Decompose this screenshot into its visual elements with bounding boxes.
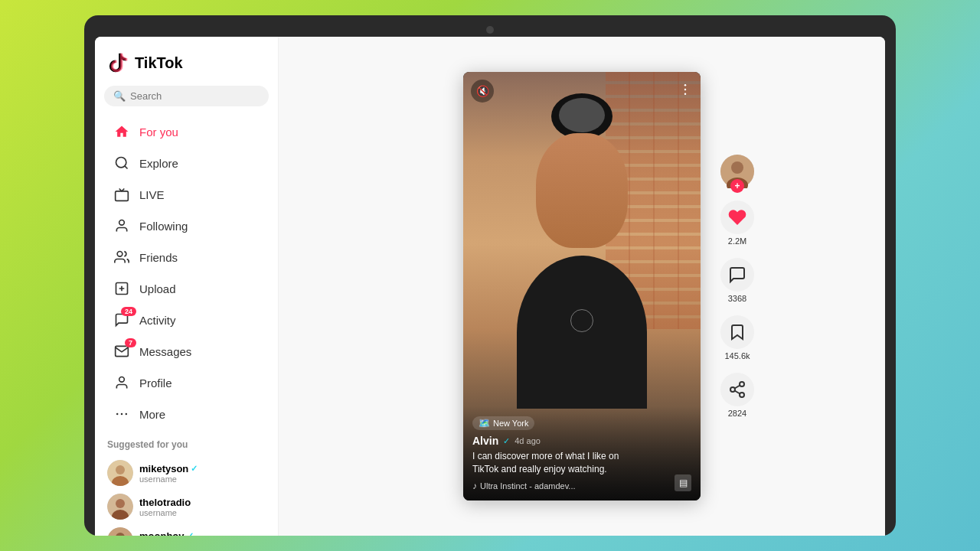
sidebar-label-profile: Profile — [139, 377, 172, 390]
video-wrapper: 🔇 🗺️ New York Alvin — [463, 72, 701, 500]
svg-point-25 — [730, 387, 735, 392]
sidebar-label-more: More — [139, 408, 165, 421]
suggested-avatar-miketyson — [107, 460, 133, 486]
profile-icon — [113, 374, 130, 391]
suggested-title: Suggested for you — [107, 439, 266, 450]
svg-line-28 — [735, 386, 740, 389]
app-title: TikTok — [135, 54, 183, 72]
svg-point-26 — [740, 393, 744, 397]
sidebar-item-for-you[interactable]: For you — [101, 116, 272, 147]
svg-point-3 — [117, 252, 122, 257]
suggested-username-miketyson: miketyson ✓ — [139, 463, 198, 474]
video-top-bar: 🔇 — [471, 80, 693, 103]
main-content: 🔇 🗺️ New York Alvin — [279, 37, 885, 536]
video-music: ♪ Ultra Instinct - adamdev... — [472, 481, 691, 491]
music-note-icon: ♪ — [472, 481, 477, 491]
sidebar-item-explore[interactable]: Explore — [101, 148, 272, 178]
sidebar-label-for-you: For you — [139, 126, 178, 139]
search-input[interactable] — [130, 90, 260, 102]
suggested-info-thelotradio: thelotradio username — [139, 497, 191, 517]
sidebar-item-upload[interactable]: Upload — [101, 273, 272, 304]
search-icon: 🔍 — [113, 90, 126, 102]
svg-point-19 — [684, 88, 687, 90]
location-tag: 🗺️ New York — [472, 416, 534, 430]
following-icon — [113, 217, 130, 234]
friends-icon — [113, 249, 130, 266]
suggested-section: Suggested for you miketyson ✓ username — [95, 430, 278, 536]
suggested-user-moonboy[interactable]: moonboy ✓ username — [107, 523, 266, 536]
svg-point-0 — [116, 158, 126, 168]
caption-icon-button[interactable]: ▤ — [675, 474, 691, 491]
suggested-avatar-thelotradio — [107, 494, 133, 520]
messages-icon: 7 — [113, 343, 130, 360]
video-caption: I can discover more of what I like on Ti… — [472, 450, 691, 476]
video-bottom-info: 🗺️ New York Alvin ✓ 4d ago I can discove… — [463, 406, 701, 500]
share-icon — [720, 373, 754, 406]
music-text: Ultra Instinct - adamdev... — [480, 481, 576, 491]
follow-plus-icon: + — [730, 179, 744, 193]
sidebar-item-following[interactable]: Following — [101, 210, 272, 241]
author-verified-icon: ✓ — [503, 436, 510, 446]
sidebar-label-friends: Friends — [139, 251, 178, 264]
video-player[interactable]: 🔇 🗺️ New York Alvin — [463, 72, 701, 500]
suggested-info-moonboy: moonboy ✓ username — [139, 530, 194, 536]
suggested-username-moonboy: moonboy ✓ — [139, 530, 194, 536]
mute-button[interactable]: 🔇 — [471, 80, 494, 103]
creator-avatar-button[interactable]: + — [720, 155, 754, 188]
bookmark-button[interactable]: 145.6k — [720, 315, 754, 360]
sidebar-label-messages: Messages — [139, 345, 191, 358]
like-icon — [720, 201, 754, 234]
video-time: 4d ago — [514, 436, 541, 445]
suggested-handle-thelotradio: username — [139, 508, 191, 517]
activity-icon: 24 — [113, 311, 130, 328]
side-actions: + 2.2M 3368 — [720, 155, 754, 418]
messages-badge: 7 — [125, 338, 136, 347]
suggested-avatar-moonboy — [107, 527, 133, 536]
face-shape — [536, 133, 628, 248]
sidebar-item-profile[interactable]: Profile — [101, 367, 272, 398]
hair-wrap — [559, 98, 605, 132]
comment-icon — [720, 258, 754, 292]
sidebar-item-more[interactable]: More — [101, 399, 272, 429]
suggested-info-miketyson: miketyson ✓ username — [139, 463, 198, 484]
location-text: New York — [493, 419, 528, 428]
necklace-detail — [570, 309, 593, 332]
svg-rect-1 — [116, 191, 129, 201]
bookmark-icon — [720, 315, 754, 349]
location-flag: 🗺️ — [479, 418, 490, 429]
like-count: 2.2M — [728, 236, 746, 246]
sidebar-item-activity[interactable]: 24 Activity — [101, 305, 272, 335]
sidebar-label-activity: Activity — [139, 314, 176, 327]
suggested-user-thelotradio[interactable]: thelotradio username — [107, 490, 266, 523]
suggested-handle-miketyson: username — [139, 474, 198, 484]
explore-icon — [113, 155, 130, 171]
sidebar-item-messages[interactable]: 7 Messages — [101, 336, 272, 367]
suggested-user-miketyson[interactable]: miketyson ✓ username — [107, 456, 266, 490]
comment-button[interactable]: 3368 — [720, 258, 754, 303]
verified-icon-miketyson: ✓ — [191, 464, 198, 474]
svg-point-7 — [121, 413, 123, 416]
main-nav: For you Explore LIVE — [95, 116, 278, 430]
mute-icon: 🔇 — [476, 85, 489, 97]
search-bar[interactable]: 🔍 — [104, 86, 269, 106]
logo-area[interactable]: TikTok — [95, 46, 278, 86]
suggested-username-thelotradio: thelotradio — [139, 497, 191, 508]
share-button[interactable]: 2824 — [720, 373, 754, 418]
live-icon — [113, 186, 130, 203]
svg-point-20 — [684, 93, 687, 95]
home-icon — [113, 123, 130, 140]
upload-icon — [113, 280, 130, 297]
sidebar-label-live: LIVE — [139, 188, 165, 201]
sidebar-item-live[interactable]: LIVE — [101, 179, 272, 210]
svg-point-13 — [116, 499, 125, 508]
screen: TikTok 🔍 For you — [95, 37, 885, 536]
bookmark-count: 145.6k — [724, 351, 750, 360]
more-options-button[interactable] — [678, 82, 693, 101]
author-name: Alvin — [472, 435, 498, 447]
like-button[interactable]: 2.2M — [720, 201, 754, 246]
sidebar-label-following: Following — [139, 220, 188, 233]
svg-point-8 — [126, 413, 128, 416]
sidebar: TikTok 🔍 For you — [95, 37, 279, 536]
svg-point-18 — [684, 83, 687, 86]
sidebar-item-friends[interactable]: Friends — [101, 242, 272, 272]
